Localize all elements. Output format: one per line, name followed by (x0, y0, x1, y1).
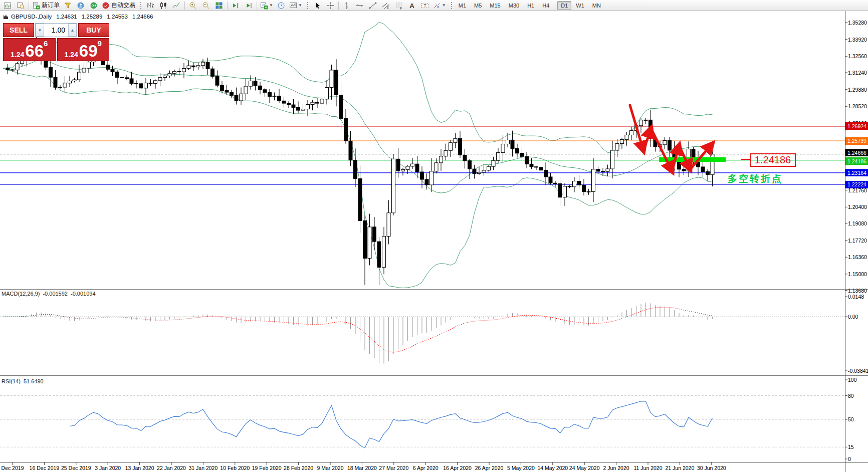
timeframe-mn[interactable]: MN (589, 1, 604, 10)
volume-increase-button[interactable]: ▲ (68, 24, 77, 37)
timeframe-m5[interactable]: M5 (471, 1, 485, 10)
auto-scroll-icon (232, 2, 240, 10)
toolbar: 新订单自动交易▼▼EFAT▼M1M5M15M30H1H4D1W1MN (0, 0, 868, 11)
trend-line-button[interactable] (366, 0, 379, 11)
tile-windows-button[interactable] (212, 0, 226, 11)
rsi-axis-tick: 15 (848, 444, 868, 450)
line-chart-icon (172, 2, 180, 10)
period-clock-button[interactable] (275, 0, 288, 11)
fibonacci-icon: F (395, 2, 403, 10)
candlestick-chart-button[interactable] (157, 0, 170, 11)
tile-windows-icon (215, 2, 223, 10)
template-chart-button[interactable]: ▼ (288, 0, 304, 11)
price-annotation-box[interactable]: 1.24186 (750, 153, 796, 167)
symbol-title: GBPUSD-,Daily (11, 14, 52, 20)
auto-scroll-button[interactable] (229, 0, 242, 11)
zoom-out-button[interactable] (199, 0, 212, 11)
vertical-line-button[interactable] (340, 0, 353, 11)
chart-window-icon (4, 2, 12, 10)
autotrade-button[interactable]: 自动交易 (100, 0, 137, 11)
chart-window-button[interactable] (1, 0, 14, 11)
chevron-down-icon[interactable]: ▼ (269, 3, 273, 8)
text-label-button[interactable]: T (418, 0, 431, 11)
chevron-down-icon[interactable]: ▼ (442, 3, 446, 8)
fibonacci-button[interactable]: F (392, 0, 405, 11)
date-axis-label: 2 Jun 2020 (603, 465, 629, 471)
macd-name: MACD(12,26,9) (2, 291, 40, 297)
macd-panel (0, 303, 845, 364)
volume-input[interactable] (44, 24, 68, 37)
toolbar-separator (257, 2, 257, 10)
equidistant-channel-button[interactable]: E (379, 0, 392, 11)
sell-price-pip: 6 (44, 40, 48, 47)
horizontal-line-button[interactable] (353, 0, 366, 11)
bar-chart-icon (146, 2, 154, 10)
timeframe-w1[interactable]: W1 (572, 1, 588, 10)
line-chart-button[interactable] (170, 0, 183, 11)
autotrade-icon (102, 2, 110, 10)
indicators-add-button[interactable]: ▼ (259, 0, 275, 11)
broadcast-button[interactable] (87, 0, 100, 11)
date-axis-label: 18 Mar 2020 (347, 465, 377, 471)
timeframe-m1[interactable]: M1 (455, 1, 470, 10)
date-axis-label: 19 Feb 2020 (252, 465, 282, 471)
arrows-button[interactable]: ▼ (431, 0, 448, 11)
toolbar-grip[interactable] (140, 2, 142, 10)
bollinger-bands (3, 22, 713, 288)
chevron-down-icon[interactable]: ▼ (298, 3, 302, 8)
date-axis-label: 24 May 2020 (569, 465, 600, 471)
svg-text:F: F (400, 6, 402, 10)
date-axis-label: 28 Feb 2020 (284, 465, 313, 471)
date-axis-label: 5 May 2020 (507, 465, 535, 471)
mql-community-button[interactable] (74, 0, 87, 11)
sell-price-main: 66 (25, 44, 44, 59)
zoom-in-button[interactable] (186, 0, 199, 11)
cursor-arrow-button[interactable] (311, 0, 324, 11)
horizontal-line-icon (356, 2, 364, 10)
volume-decrease-button[interactable]: ▼ (36, 24, 44, 37)
bar-chart-button[interactable] (144, 0, 157, 11)
timeframe-d1[interactable]: D1 (557, 1, 571, 10)
pivot-point-annotation[interactable]: 多空转折点 (728, 172, 783, 185)
price-level-tag: 1.24666 (845, 149, 868, 156)
price-axis-tick: 1.28520 (848, 103, 868, 109)
price-axis-tick: 1.15000 (848, 271, 868, 277)
rsi-axis-tick: 0 (848, 456, 868, 462)
chart-template-button[interactable] (14, 0, 27, 11)
timeframe-h4[interactable]: H4 (539, 1, 553, 10)
macd-axis-tick: -0.038415 (848, 368, 868, 374)
price-level-tag: 1.22224 (845, 181, 868, 188)
buy-price-main: 69 (79, 44, 98, 59)
sell-price-tile[interactable]: 1.24 66 6 (3, 38, 56, 61)
buy-price-tile[interactable]: 1.24 69 9 (57, 38, 110, 61)
symbol-title-bar: GBPUSD-,Daily 1.24631 1.25289 1.24553 1.… (3, 14, 157, 20)
rsi-indicator-label: RSI(14)51.6490 (2, 378, 47, 384)
chart-canvas[interactable] (0, 0, 868, 472)
date-axis-label: 11 Jun 2020 (633, 465, 662, 471)
chart-template-icon (17, 2, 25, 10)
toolbar-grip[interactable] (451, 2, 453, 10)
sell-button[interactable]: SELL (3, 23, 34, 37)
chart-shift-button[interactable] (242, 0, 255, 11)
mql-community-icon (77, 2, 85, 10)
text-icon: A (408, 2, 416, 10)
equidistant-channel-icon: E (382, 2, 390, 10)
new-order-button[interactable]: 新订单 (31, 0, 61, 11)
date-axis-label: 9 Mar 2020 (317, 465, 343, 471)
buy-button[interactable]: BUY (78, 23, 109, 37)
price-axis-tick: 1.17720 (848, 238, 868, 244)
highlight-bar[interactable] (659, 157, 726, 162)
crosshair-button[interactable] (324, 0, 337, 11)
funnel-button[interactable] (61, 0, 74, 11)
rsi-axis-tick: 100 (848, 377, 868, 383)
toolbar-grip[interactable] (307, 2, 309, 10)
timeframe-h1[interactable]: H1 (524, 1, 538, 10)
timeframe-m15[interactable]: M15 (486, 1, 504, 10)
timeframe-m30[interactable]: M30 (505, 1, 523, 10)
zoom-out-icon (202, 2, 210, 10)
text-button[interactable]: A (405, 0, 418, 11)
macd-axis-tick: 0.0148 (848, 294, 868, 300)
toolbar-separator (184, 2, 185, 10)
one-click-trading-panel: SELL ▼ ▲ BUY 1.24 66 6 1.24 69 9 (3, 23, 109, 61)
price-axis-tick: 1.20400 (848, 204, 868, 210)
